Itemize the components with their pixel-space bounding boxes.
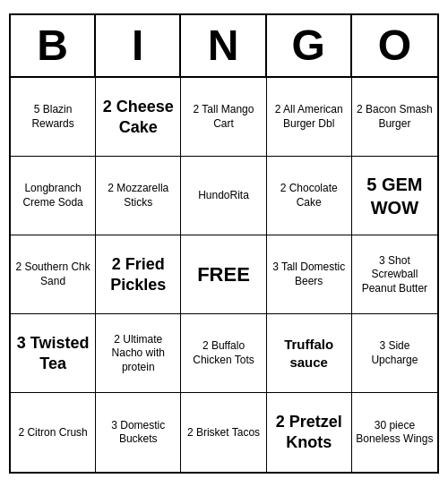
bingo-letter-O: O bbox=[352, 15, 437, 77]
bingo-card: BINGO 5 Blazin Rewards2 Cheese Cake2 Tal… bbox=[9, 13, 439, 474]
bingo-cell-15: 3 Twisted Tea bbox=[11, 314, 96, 393]
bingo-cell-1: 2 Cheese Cake bbox=[96, 78, 181, 157]
bingo-cell-8: 2 Chocolate Cake bbox=[267, 157, 352, 235]
bingo-cell-9: 5 GEM WOW bbox=[352, 157, 437, 235]
bingo-cell-13: 3 Tall Domestic Beers bbox=[267, 235, 352, 314]
bingo-cell-10: 2 Southern Chk Sand bbox=[11, 235, 96, 314]
bingo-cell-3: 2 All American Burger Dbl bbox=[267, 78, 352, 157]
bingo-cell-22: 2 Brisket Tacos bbox=[181, 393, 266, 472]
bingo-cell-0: 5 Blazin Rewards bbox=[11, 78, 96, 157]
bingo-cell-5: Longbranch Creme Soda bbox=[11, 157, 96, 235]
bingo-cell-24: 30 piece Boneless Wings bbox=[352, 393, 437, 472]
bingo-header: BINGO bbox=[11, 15, 437, 79]
bingo-letter-G: G bbox=[267, 15, 352, 77]
bingo-cell-7: HundoRita bbox=[181, 157, 266, 235]
bingo-cell-18: Truffalo sauce bbox=[267, 314, 352, 393]
bingo-cell-20: 2 Citron Crush bbox=[11, 393, 96, 472]
bingo-cell-11: 2 Fried Pickles bbox=[96, 235, 181, 314]
bingo-grid: 5 Blazin Rewards2 Cheese Cake2 Tall Mang… bbox=[11, 78, 437, 472]
bingo-cell-16: 2 Ultimate Nacho with protein bbox=[96, 314, 181, 393]
bingo-cell-21: 3 Domestic Buckets bbox=[96, 393, 181, 472]
bingo-cell-12: FREE bbox=[181, 235, 266, 314]
bingo-cell-4: 2 Bacon Smash Burger bbox=[352, 78, 437, 157]
bingo-letter-B: B bbox=[11, 15, 96, 77]
bingo-cell-23: 2 Pretzel Knots bbox=[267, 393, 352, 472]
bingo-cell-17: 2 Buffalo Chicken Tots bbox=[181, 314, 266, 393]
bingo-cell-19: 3 Side Upcharge bbox=[352, 314, 437, 393]
bingo-letter-I: I bbox=[96, 15, 181, 77]
bingo-letter-N: N bbox=[181, 15, 266, 77]
bingo-cell-6: 2 Mozzarella Sticks bbox=[96, 157, 181, 235]
bingo-cell-14: 3 Shot Screwball Peanut Butter bbox=[352, 235, 437, 314]
bingo-cell-2: 2 Tall Mango Cart bbox=[181, 78, 266, 157]
